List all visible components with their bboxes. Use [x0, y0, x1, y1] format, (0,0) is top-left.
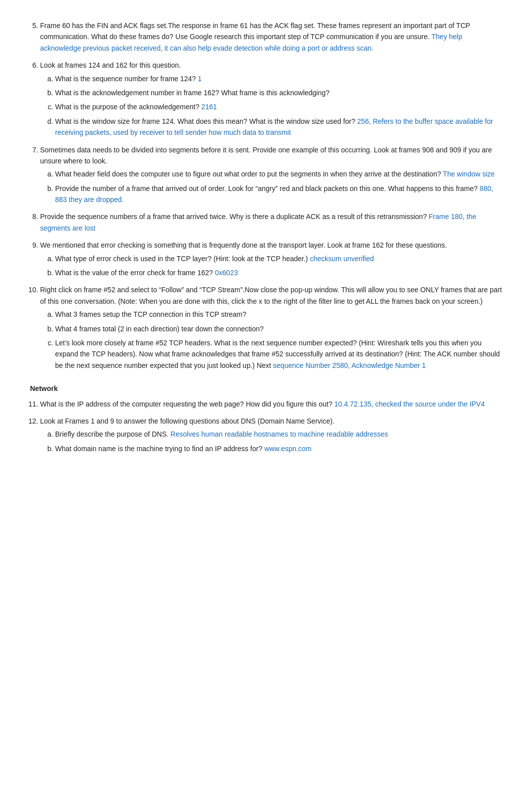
item-text: We mentioned that error checking is some… — [40, 241, 447, 249]
sub-list: What header field does the computer use … — [40, 168, 502, 205]
sub-item: What domain name is the machine trying t… — [55, 443, 502, 454]
sub-list: What type of error check is used in the … — [40, 253, 502, 279]
sub-item: Provide the number of a frame that arriv… — [55, 183, 502, 206]
network-heading: Network — [30, 383, 502, 394]
item-text: Sometimes data needs to be divided into … — [40, 146, 492, 165]
sub-answer: sequence Number 2580, Acknowledge Number… — [273, 361, 426, 369]
sub-item: What is the acknowledgement number in fr… — [55, 87, 502, 98]
main-list: Frame 60 has the FIN and ACK flags set.T… — [30, 20, 502, 371]
sub-item: What is the value of the error check for… — [55, 267, 502, 278]
sub-answer: 1 — [198, 75, 202, 83]
sub-label: What domain name is the machine trying t… — [55, 445, 262, 453]
sub-list: What 3 frames setup the TCP connection i… — [40, 309, 502, 371]
sub-item: What is the purpose of the acknowledgeme… — [55, 101, 502, 112]
sub-item: What 4 frames total (2 in each direction… — [55, 323, 502, 334]
sub-label: What is the sequence number for frame 12… — [55, 75, 196, 83]
sub-label: What is the acknowledgement number in fr… — [55, 89, 330, 97]
item-text: Frame 60 has the FIN and ACK flags set.T… — [40, 22, 470, 41]
sub-label: What is the purpose of the acknowledgeme… — [55, 103, 199, 111]
main-item-9: We mentioned that error checking is some… — [40, 240, 502, 278]
main-item-6: Look at frames 124 and 162 for this ques… — [40, 60, 502, 138]
sub-answer: 0x6023 — [215, 269, 238, 277]
sub-answer: checksum unverified — [310, 255, 374, 263]
sub-label: What 4 frames total (2 in each direction… — [55, 325, 263, 333]
sub-item: What type of error check is used in the … — [55, 253, 502, 264]
item-answer: 10.4.72.135, checked the source under th… — [334, 400, 484, 408]
sub-item: What is the sequence number for frame 12… — [55, 73, 502, 84]
network-list: What is the IP address of the computer r… — [30, 398, 502, 455]
item-text: What is the IP address of the computer r… — [40, 400, 332, 408]
item-text: Look at frames 124 and 162 for this ques… — [40, 61, 181, 69]
sub-list: What is the sequence number for frame 12… — [40, 73, 502, 138]
sub-answer: Resolves human readable hostnames to mac… — [170, 430, 388, 438]
network-item-11: What is the IP address of the computer r… — [40, 398, 502, 410]
sub-label: What is the value of the error check for… — [55, 269, 213, 277]
network-item-12: Look at Frames 1 and 9 to answer the fol… — [40, 416, 502, 454]
sub-item: Briefly describe the purpose of DNS. Res… — [55, 429, 502, 440]
main-item-5: Frame 60 has the FIN and ACK flags set.T… — [40, 20, 502, 54]
sub-label: What 3 frames setup the TCP connection i… — [55, 310, 246, 318]
main-item-7: Sometimes data needs to be divided into … — [40, 144, 502, 206]
sub-answer: The window size — [443, 170, 495, 178]
sub-item: What 3 frames setup the TCP connection i… — [55, 309, 502, 320]
network-section: Network What is the IP address of the co… — [30, 383, 502, 454]
main-item-8: Provide the sequence numbers of a frame … — [40, 211, 502, 234]
sub-label: Briefly describe the purpose of DNS. — [55, 430, 168, 438]
item-text: Provide the sequence numbers of a frame … — [40, 213, 427, 221]
item-text: Right click on frame #52 and select to “… — [40, 286, 502, 305]
item-text: Look at Frames 1 and 9 to answer the fol… — [40, 417, 335, 425]
sub-item: Let’s look more closely at frame #52 TCP… — [55, 337, 502, 371]
sub-answer: www.espn.com — [264, 445, 312, 453]
sub-answer: 2161 — [201, 103, 217, 111]
sub-item: What is the window size for frame 124. W… — [55, 116, 502, 138]
sub-label: Provide the number of a frame that arriv… — [55, 184, 478, 192]
sub-item: What header field does the computer use … — [55, 168, 502, 179]
sub-list: Briefly describe the purpose of DNS. Res… — [40, 429, 502, 454]
main-item-10: Right click on frame #52 and select to “… — [40, 284, 502, 371]
sub-label: What is the window size for frame 124. W… — [55, 117, 355, 125]
sub-label: What header field does the computer use … — [55, 170, 441, 178]
sub-label: What type of error check is used in the … — [55, 255, 308, 263]
